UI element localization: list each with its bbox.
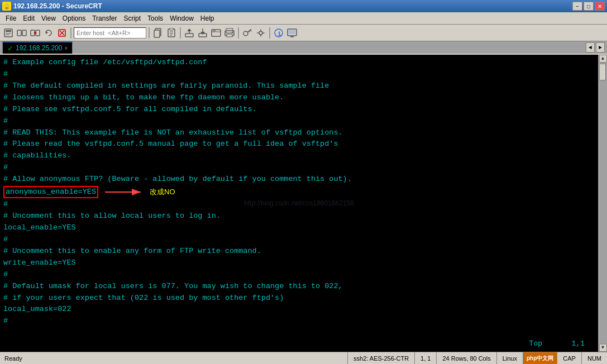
menu-options[interactable]: Options — [59, 13, 89, 23]
tb-disconnect[interactable] — [29, 27, 41, 39]
title-bar: 🔒 192.168.25.200 - SecureCRT − □ ✕ — [0, 0, 607, 12]
tb-cancel[interactable] — [56, 27, 68, 39]
tb-sftp[interactable] — [210, 27, 222, 39]
status-cap: CAP — [557, 352, 581, 364]
tb-connect[interactable] — [16, 27, 28, 39]
svg-text:i: i — [278, 31, 281, 37]
terminal-line-4: # Please see vsftpd.conf.5 for all compi… — [3, 104, 595, 116]
terminal-line-22: # — [3, 315, 595, 327]
tb-sep2 — [149, 27, 150, 39]
menu-script[interactable]: Script — [120, 13, 144, 23]
svg-point-30 — [213, 30, 214, 31]
scroll-thumb[interactable] — [599, 64, 606, 80]
svg-rect-5 — [22, 30, 26, 36]
terminal-wrapper: http://blog.csdn.net/cos18601662156 # Ex… — [0, 55, 607, 352]
terminal-line-19: # Default umask for local users is 077. … — [3, 281, 595, 293]
menu-tools[interactable]: Tools — [144, 13, 166, 23]
annotation-arrow: 改成NO — [103, 185, 175, 199]
menu-edit[interactable]: Edit — [20, 13, 38, 23]
highlighted-text: anonymous_enable=YES — [3, 186, 98, 198]
terminal-line-12: # — [3, 199, 595, 210]
tb-info[interactable]: i — [273, 27, 285, 39]
svg-rect-8 — [36, 30, 40, 36]
terminal-line-5: # — [3, 116, 595, 127]
host-input[interactable] — [74, 27, 146, 39]
svg-rect-46 — [289, 30, 295, 34]
menu-window[interactable]: Window — [166, 13, 197, 23]
status-ready: Ready — [0, 355, 347, 362]
app-icon: 🔒 — [2, 2, 11, 11]
tab-nav-right[interactable]: ► — [596, 42, 605, 52]
tb-monitor[interactable] — [286, 27, 298, 39]
terminal-line-18: # — [3, 269, 595, 281]
menu-file[interactable]: File — [2, 13, 20, 23]
svg-marker-24 — [187, 28, 192, 31]
tb-copy[interactable] — [152, 27, 164, 39]
tb-paste[interactable] — [165, 27, 178, 39]
window-controls: − □ ✕ — [572, 2, 605, 11]
status-php-badge: php 中文网 — [523, 352, 557, 364]
svg-rect-3 — [6, 35, 9, 35]
zhongwen-label: 中文网 — [537, 355, 553, 362]
svg-point-40 — [259, 31, 262, 35]
svg-rect-4 — [17, 30, 21, 36]
terminal-line-14: local_enable=YES — [3, 222, 595, 234]
terminal-line-17: write_enable=YES — [3, 257, 595, 269]
cursor-position: 1,1 — [572, 338, 585, 349]
terminal-line-2: # The default compiled in settings are f… — [3, 80, 595, 92]
tab-navigation: ◄ ► — [586, 42, 605, 52]
terminal-line-13: # Uncomment this to allow local users to… — [3, 210, 595, 222]
terminal-line-21: local_umask=022 — [3, 304, 595, 315]
tb-key[interactable] — [241, 27, 254, 39]
status-size: 24 Rows, 80 Cols — [436, 352, 496, 364]
terminal-line-15: # — [3, 234, 595, 246]
tb-reconnect[interactable] — [42, 27, 55, 39]
scroll-track[interactable] — [599, 63, 607, 344]
svg-rect-7 — [31, 30, 35, 36]
tb-print[interactable] — [223, 27, 236, 39]
svg-line-39 — [249, 31, 250, 32]
status-position: 1, 1 — [414, 352, 436, 364]
terminal-line-16: # Uncomment this to enable any form of F… — [3, 246, 595, 257]
scroll-up-button[interactable]: ▲ — [599, 55, 607, 63]
close-button[interactable]: ✕ — [595, 2, 605, 11]
svg-point-35 — [232, 32, 233, 33]
svg-rect-16 — [154, 30, 160, 37]
terminal-line-3: # loosens things up a bit, to make the f… — [3, 92, 595, 104]
tb-download[interactable] — [197, 27, 209, 39]
tab-nav-left[interactable]: ◄ — [586, 42, 595, 52]
svg-rect-1 — [6, 30, 11, 32]
terminal-line-9: # — [3, 162, 595, 174]
tab-label: 192.168.25.200 — [16, 44, 62, 52]
tab-close-button[interactable]: × — [64, 45, 68, 51]
tab-check-icon: ✓ — [7, 44, 13, 52]
minimize-button[interactable]: − — [572, 2, 582, 11]
menu-view[interactable]: View — [38, 13, 59, 23]
tb-sep1 — [70, 27, 71, 39]
terminal-line-6: # READ THIS: This example file is NOT an… — [3, 127, 595, 139]
maximize-button[interactable]: □ — [584, 2, 594, 11]
tb-settings[interactable] — [255, 27, 267, 39]
scroll-position: Top — [529, 338, 542, 349]
tb-upload[interactable] — [183, 27, 195, 39]
terminal-line-7: # Please read the vsftpd.conf.5 manual p… — [3, 138, 595, 150]
tb-sep4 — [238, 27, 239, 39]
svg-rect-34 — [227, 34, 232, 37]
menu-transfer[interactable]: Transfer — [89, 13, 120, 23]
menu-help[interactable]: Help — [197, 13, 218, 23]
tb-sep3 — [180, 27, 181, 39]
tab-bar: ✓ 192.168.25.200 × ◄ ► — [0, 41, 607, 55]
scroll-down-button[interactable]: ▼ — [599, 344, 607, 352]
terminal-line-0: # Example config file /etc/vsftpd/vsftpd… — [3, 57, 595, 69]
toolbar: i — [0, 25, 607, 41]
status-segments: ssh2: AES-256-CTR 1, 1 24 Rows, 80 Cols … — [347, 352, 607, 364]
terminal-content: # Example config file /etc/vsftpd/vsftpd… — [3, 57, 595, 327]
terminal-line-10: # Allow anonymous FTP? (Beware - allowed… — [3, 174, 595, 185]
menu-bar: File Edit View Options Transfer Script T… — [0, 12, 607, 25]
tab-session[interactable]: ✓ 192.168.25.200 × — [2, 41, 73, 54]
tb-sep5 — [269, 27, 270, 39]
terminal[interactable]: http://blog.csdn.net/cos18601662156 # Ex… — [0, 55, 598, 352]
tb-new-session[interactable] — [2, 27, 15, 39]
annotation-text: 改成NO — [150, 186, 175, 198]
php-label: php — [527, 355, 537, 361]
